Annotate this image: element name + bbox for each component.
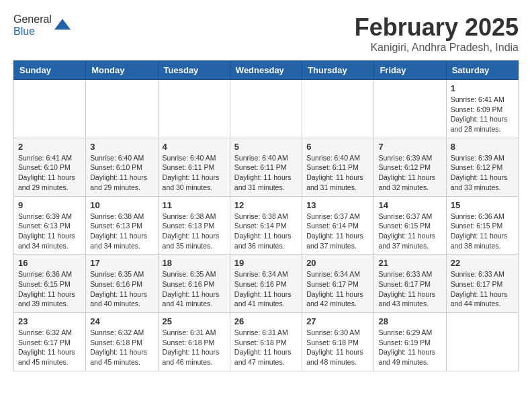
- day-number: 20: [306, 258, 369, 268]
- calendar-day-cell: 18Sunrise: 6:35 AM Sunset: 6:16 PM Dayli…: [158, 255, 230, 313]
- logo: General Blue: [13, 13, 72, 38]
- calendar-day-cell: 28Sunrise: 6:29 AM Sunset: 6:19 PM Dayli…: [374, 313, 446, 371]
- calendar-day-cell: 13Sunrise: 6:37 AM Sunset: 6:14 PM Dayli…: [302, 196, 374, 255]
- day-number: 22: [451, 258, 514, 268]
- day-info: Sunrise: 6:33 AM Sunset: 6:17 PM Dayligh…: [378, 269, 441, 309]
- calendar-day-cell: 3Sunrise: 6:40 AM Sunset: 6:10 PM Daylig…: [86, 138, 158, 196]
- calendar-day-cell: 27Sunrise: 6:30 AM Sunset: 6:18 PM Dayli…: [302, 313, 374, 371]
- day-info: Sunrise: 6:34 AM Sunset: 6:16 PM Dayligh…: [234, 269, 298, 309]
- logo-general-text: General: [13, 13, 52, 25]
- day-info: Sunrise: 6:39 AM Sunset: 6:12 PM Dayligh…: [451, 153, 514, 193]
- calendar-table: SundayMondayTuesdayWednesdayThursdayFrid…: [13, 60, 519, 371]
- calendar-day-cell: 7Sunrise: 6:39 AM Sunset: 6:12 PM Daylig…: [374, 138, 446, 196]
- day-info: Sunrise: 6:38 AM Sunset: 6:14 PM Dayligh…: [234, 212, 298, 251]
- day-number: 7: [378, 142, 441, 152]
- weekday-header: Tuesday: [158, 61, 230, 80]
- day-info: Sunrise: 6:38 AM Sunset: 6:13 PM Dayligh…: [163, 212, 226, 251]
- calendar-day-cell: 1Sunrise: 6:41 AM Sunset: 6:09 PM Daylig…: [446, 80, 518, 138]
- weekday-header: Wednesday: [230, 61, 302, 80]
- day-number: 6: [306, 142, 369, 152]
- day-number: 2: [18, 142, 81, 152]
- month-title: February 2025: [355, 13, 519, 42]
- day-info: Sunrise: 6:31 AM Sunset: 6:18 PM Dayligh…: [163, 328, 226, 367]
- day-number: 23: [18, 316, 81, 326]
- day-info: Sunrise: 6:37 AM Sunset: 6:15 PM Dayligh…: [378, 212, 441, 251]
- day-info: Sunrise: 6:38 AM Sunset: 6:13 PM Dayligh…: [90, 212, 153, 251]
- day-info: Sunrise: 6:35 AM Sunset: 6:16 PM Dayligh…: [163, 269, 226, 309]
- calendar-day-cell: 9Sunrise: 6:39 AM Sunset: 6:13 PM Daylig…: [14, 196, 86, 255]
- calendar-day-cell: [302, 80, 374, 138]
- day-info: Sunrise: 6:40 AM Sunset: 6:11 PM Dayligh…: [163, 153, 226, 193]
- calendar-day-cell: 19Sunrise: 6:34 AM Sunset: 6:16 PM Dayli…: [230, 255, 302, 313]
- calendar-week-row: 9Sunrise: 6:39 AM Sunset: 6:13 PM Daylig…: [14, 196, 519, 255]
- day-number: 4: [163, 142, 226, 152]
- day-number: 16: [18, 258, 81, 268]
- day-info: Sunrise: 6:34 AM Sunset: 6:17 PM Dayligh…: [306, 269, 369, 309]
- day-info: Sunrise: 6:41 AM Sunset: 6:10 PM Dayligh…: [18, 153, 81, 193]
- calendar-day-cell: [158, 80, 230, 138]
- calendar-day-cell: [86, 80, 158, 138]
- day-number: 28: [378, 316, 441, 326]
- day-number: 12: [234, 200, 298, 210]
- day-number: 24: [90, 316, 153, 326]
- calendar-day-cell: 4Sunrise: 6:40 AM Sunset: 6:11 PM Daylig…: [158, 138, 230, 196]
- day-info: Sunrise: 6:41 AM Sunset: 6:09 PM Dayligh…: [451, 95, 514, 134]
- day-number: 10: [90, 200, 153, 210]
- weekday-header: Sunday: [14, 61, 86, 80]
- calendar-day-cell: 22Sunrise: 6:33 AM Sunset: 6:17 PM Dayli…: [446, 255, 518, 313]
- day-number: 26: [234, 316, 298, 326]
- day-number: 27: [306, 316, 369, 326]
- day-number: 9: [18, 200, 81, 210]
- day-info: Sunrise: 6:36 AM Sunset: 6:15 PM Dayligh…: [18, 269, 81, 309]
- calendar-day-cell: [230, 80, 302, 138]
- calendar-day-cell: 12Sunrise: 6:38 AM Sunset: 6:14 PM Dayli…: [230, 196, 302, 255]
- weekday-header: Thursday: [302, 61, 374, 80]
- calendar-day-cell: [446, 313, 518, 371]
- day-info: Sunrise: 6:35 AM Sunset: 6:16 PM Dayligh…: [90, 269, 153, 309]
- day-number: 11: [163, 200, 226, 210]
- calendar-week-row: 16Sunrise: 6:36 AM Sunset: 6:15 PM Dayli…: [14, 255, 519, 313]
- day-number: 18: [163, 258, 226, 268]
- calendar-header-row: SundayMondayTuesdayWednesdayThursdayFrid…: [14, 61, 519, 80]
- day-number: 17: [90, 258, 153, 268]
- day-info: Sunrise: 6:40 AM Sunset: 6:11 PM Dayligh…: [234, 153, 298, 193]
- calendar-day-cell: [374, 80, 446, 138]
- calendar-day-cell: 5Sunrise: 6:40 AM Sunset: 6:11 PM Daylig…: [230, 138, 302, 196]
- calendar-day-cell: 21Sunrise: 6:33 AM Sunset: 6:17 PM Dayli…: [374, 255, 446, 313]
- day-number: 19: [234, 258, 298, 268]
- day-info: Sunrise: 6:32 AM Sunset: 6:17 PM Dayligh…: [18, 328, 81, 367]
- calendar-day-cell: 23Sunrise: 6:32 AM Sunset: 6:17 PM Dayli…: [14, 313, 86, 371]
- weekday-header: Friday: [374, 61, 446, 80]
- day-number: 3: [90, 142, 153, 152]
- calendar-day-cell: [14, 80, 86, 138]
- weekday-header: Saturday: [446, 61, 518, 80]
- calendar-day-cell: 11Sunrise: 6:38 AM Sunset: 6:13 PM Dayli…: [158, 196, 230, 255]
- calendar-day-cell: 25Sunrise: 6:31 AM Sunset: 6:18 PM Dayli…: [158, 313, 230, 371]
- day-info: Sunrise: 6:39 AM Sunset: 6:13 PM Dayligh…: [18, 212, 81, 251]
- day-info: Sunrise: 6:37 AM Sunset: 6:14 PM Dayligh…: [306, 212, 369, 251]
- day-info: Sunrise: 6:29 AM Sunset: 6:19 PM Dayligh…: [378, 328, 441, 367]
- day-number: 25: [163, 316, 226, 326]
- day-info: Sunrise: 6:40 AM Sunset: 6:10 PM Dayligh…: [90, 153, 153, 193]
- location: Kanigiri, Andhra Pradesh, India: [355, 42, 519, 54]
- day-number: 8: [451, 142, 514, 152]
- calendar-day-cell: 17Sunrise: 6:35 AM Sunset: 6:16 PM Dayli…: [86, 255, 158, 313]
- day-number: 1: [451, 83, 514, 93]
- day-number: 14: [378, 200, 441, 210]
- day-number: 15: [451, 200, 514, 210]
- day-info: Sunrise: 6:32 AM Sunset: 6:18 PM Dayligh…: [90, 328, 153, 367]
- calendar-day-cell: 26Sunrise: 6:31 AM Sunset: 6:18 PM Dayli…: [230, 313, 302, 371]
- calendar-week-row: 1Sunrise: 6:41 AM Sunset: 6:09 PM Daylig…: [14, 80, 519, 138]
- calendar-day-cell: 15Sunrise: 6:36 AM Sunset: 6:15 PM Dayli…: [446, 196, 518, 255]
- page-header: General Blue February 2025 Kanigiri, And…: [13, 13, 519, 54]
- day-info: Sunrise: 6:33 AM Sunset: 6:17 PM Dayligh…: [451, 269, 514, 309]
- day-number: 5: [234, 142, 298, 152]
- logo-blue-text: Blue: [13, 26, 35, 37]
- day-info: Sunrise: 6:30 AM Sunset: 6:18 PM Dayligh…: [306, 328, 369, 367]
- day-info: Sunrise: 6:31 AM Sunset: 6:18 PM Dayligh…: [234, 328, 298, 367]
- weekday-header: Monday: [86, 61, 158, 80]
- title-block: February 2025 Kanigiri, Andhra Pradesh, …: [355, 13, 519, 54]
- calendar-day-cell: 10Sunrise: 6:38 AM Sunset: 6:13 PM Dayli…: [86, 196, 158, 255]
- svg-marker-0: [54, 19, 71, 30]
- calendar-day-cell: 20Sunrise: 6:34 AM Sunset: 6:17 PM Dayli…: [302, 255, 374, 313]
